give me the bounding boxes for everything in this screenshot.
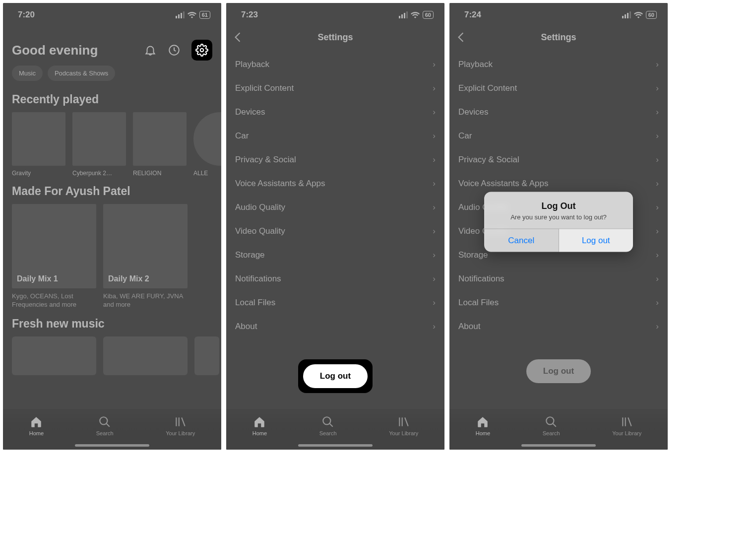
- settings-row[interactable]: Devices›: [449, 100, 668, 124]
- settings-row[interactable]: Storage›: [226, 243, 444, 267]
- settings-row[interactable]: About›: [226, 315, 444, 338]
- fresh-card[interactable]: [103, 336, 188, 375]
- nav-search[interactable]: Search: [319, 415, 337, 436]
- nav-home[interactable]: Home: [252, 415, 267, 436]
- alert-cancel-button[interactable]: Cancel: [484, 229, 559, 252]
- signal-icon: [176, 11, 185, 18]
- nav-library[interactable]: Your Library: [612, 415, 641, 436]
- dailymix-title: Daily Mix 2: [108, 274, 149, 283]
- library-icon: [621, 415, 633, 428]
- settings-row[interactable]: Privacy & Social›: [226, 148, 444, 172]
- alert-logout-button[interactable]: Log out: [559, 229, 633, 252]
- settings-title: Settings: [317, 32, 353, 43]
- row-label: Storage: [235, 250, 265, 260]
- nav-label: Your Library: [166, 430, 195, 436]
- home-header: Good evening: [3, 25, 221, 66]
- settings-row[interactable]: Video Quality›: [226, 219, 444, 243]
- logout-button[interactable]: Log out: [526, 359, 591, 383]
- settings-row[interactable]: Explicit Content›: [226, 76, 444, 100]
- nav-search[interactable]: Search: [96, 415, 114, 436]
- chevron-right-icon: ›: [656, 250, 659, 260]
- nav-search[interactable]: Search: [543, 415, 560, 436]
- settings-list[interactable]: Playback› Explicit Content› Devices› Car…: [226, 50, 444, 341]
- recent-card[interactable]: Gravity: [12, 112, 65, 177]
- chevron-left-icon: [233, 32, 242, 43]
- logout-highlight: Log out: [298, 359, 373, 393]
- row-label: About: [235, 322, 257, 332]
- row-label: Voice Assistants & Apps: [235, 179, 325, 189]
- chevron-right-icon: ›: [656, 202, 659, 212]
- row-label: Voice Assistants & Apps: [458, 179, 548, 189]
- settings-row[interactable]: Car›: [226, 124, 444, 148]
- nav-label: Search: [543, 430, 560, 436]
- settings-row[interactable]: Playback›: [226, 53, 444, 76]
- row-label: Video Quality: [235, 226, 285, 236]
- chip-music[interactable]: Music: [12, 66, 43, 81]
- phone-settings: 7:23 60 Settings Playback› Explicit Cont…: [226, 3, 444, 450]
- logout-button[interactable]: Log out: [303, 364, 368, 388]
- chevron-left-icon: [456, 32, 465, 43]
- chevron-right-icon: ›: [656, 60, 659, 69]
- settings-row[interactable]: Audio Quality›: [226, 196, 444, 219]
- settings-row[interactable]: Voice Assistants & Apps›: [226, 172, 444, 196]
- nav-home[interactable]: Home: [476, 415, 490, 436]
- nav-label: Home: [29, 430, 44, 436]
- settings-icon-highlight: [191, 40, 212, 61]
- settings-row[interactable]: Explicit Content›: [449, 76, 668, 100]
- phone-settings-alert: 7:24 60 Settings Playback› Explicit Cont…: [449, 3, 668, 450]
- home-icon: [253, 415, 266, 428]
- greeting: Good evening: [12, 43, 98, 58]
- status-bar: 7:23 60: [226, 3, 444, 25]
- chevron-right-icon: ›: [656, 226, 659, 236]
- back-button[interactable]: [456, 32, 465, 43]
- status-time: 7:23: [241, 10, 258, 20]
- svg-point-2: [100, 417, 107, 424]
- nav-home[interactable]: Home: [29, 415, 44, 436]
- battery-icon: 60: [423, 11, 434, 19]
- bell-icon[interactable]: [144, 44, 157, 57]
- settings-row[interactable]: About›: [449, 315, 668, 338]
- settings-row[interactable]: Notifications›: [449, 267, 668, 291]
- dailymix-title: Daily Mix 1: [17, 274, 58, 283]
- row-label: Privacy & Social: [235, 155, 296, 165]
- fresh-card[interactable]: [194, 336, 219, 375]
- nav-label: Home: [252, 430, 267, 436]
- back-button[interactable]: [233, 32, 242, 43]
- recent-card[interactable]: Cyberpunk 2…: [72, 112, 126, 177]
- settings-row[interactable]: Local Files›: [226, 291, 444, 315]
- recent-card[interactable]: ALLE: [193, 112, 221, 177]
- card-label: Cyberpunk 2…: [72, 166, 126, 177]
- chevron-right-icon: ›: [656, 155, 659, 165]
- dailymix-card[interactable]: Daily Mix 1 Kygo, OCEANS, Lost Frequenci…: [12, 204, 96, 309]
- home-indicator[interactable]: [521, 444, 596, 447]
- home-indicator[interactable]: [75, 444, 149, 447]
- settings-row[interactable]: Notifications›: [226, 267, 444, 291]
- settings-row[interactable]: Car›: [449, 124, 668, 148]
- row-label: Car: [235, 131, 249, 141]
- history-icon[interactable]: [168, 44, 181, 57]
- home-indicator[interactable]: [298, 444, 373, 447]
- nav-library[interactable]: Your Library: [389, 415, 418, 436]
- settings-row[interactable]: Devices›: [226, 100, 444, 124]
- battery-icon: 61: [199, 11, 210, 19]
- chevron-right-icon: ›: [656, 131, 659, 141]
- recent-card[interactable]: RELIGION: [133, 112, 187, 177]
- nav-label: Search: [96, 430, 114, 436]
- svg-point-4: [546, 417, 554, 424]
- settings-row[interactable]: Local Files›: [449, 291, 668, 315]
- made-for-title: Made For Ayush Patel: [3, 180, 221, 204]
- settings-header: Settings: [226, 25, 444, 50]
- settings-row[interactable]: Privacy & Social›: [449, 148, 668, 172]
- fresh-row[interactable]: [3, 336, 221, 378]
- chevron-right-icon: ›: [433, 202, 436, 212]
- dailymix-card[interactable]: Daily Mix 2 Kiba, WE ARE FURY, JVNA and …: [103, 204, 188, 309]
- fresh-card[interactable]: [12, 336, 96, 375]
- recently-played-row[interactable]: Gravity Cyberpunk 2… RELIGION ALLE: [3, 112, 221, 180]
- chip-podcasts[interactable]: Podcasts & Shows: [48, 66, 115, 81]
- settings-row[interactable]: Playback›: [449, 53, 668, 76]
- gear-icon[interactable]: [195, 44, 208, 57]
- card-label: ALLE: [193, 166, 221, 177]
- filter-chips: Music Podcasts & Shows: [3, 66, 221, 88]
- nav-library[interactable]: Your Library: [166, 415, 195, 436]
- made-for-row[interactable]: Daily Mix 1 Kygo, OCEANS, Lost Frequenci…: [3, 204, 221, 312]
